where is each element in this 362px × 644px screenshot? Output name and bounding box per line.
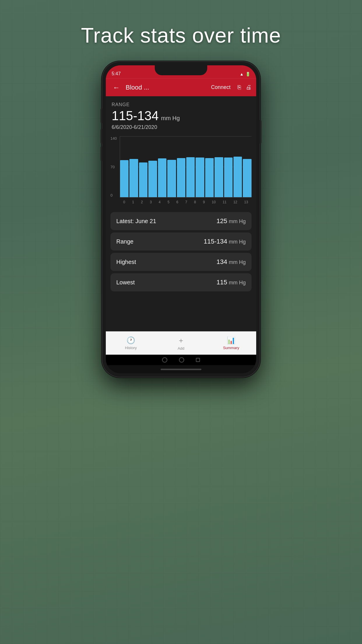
nav-recents-button[interactable] — [196, 358, 200, 362]
stat-latest-value: 125 mm Hg — [217, 217, 246, 225]
bar-3 — [148, 161, 157, 197]
bar-2 — [139, 162, 147, 197]
history-icon: 🕐 — [126, 336, 135, 344]
nav-history[interactable]: 🕐 History — [106, 336, 156, 350]
chart-y-label-70: 70 — [110, 165, 117, 169]
stat-highest-label: Highest — [116, 259, 136, 265]
home-indicator — [106, 365, 256, 373]
bar-11 — [224, 158, 233, 197]
chart-x-label-3: 3 — [150, 200, 152, 204]
stat-lowest-value: 115 mm Hg — [217, 279, 246, 286]
print-icon[interactable]: 🖨 — [246, 84, 252, 91]
status-icons: ▲ 🔋 — [240, 72, 250, 76]
stat-range-label: Range — [116, 238, 133, 245]
stat-latest-label: Latest: June 21 — [116, 218, 156, 225]
home-bar — [161, 369, 201, 370]
bar-13 — [243, 159, 251, 197]
back-button[interactable]: ← — [110, 81, 122, 94]
signal-icon: ▲ — [240, 72, 244, 76]
app-bar: ← Blood ... Connect ⎘ 🖨 — [106, 78, 256, 96]
chart-container: 140 70 0 012345678910111213 — [110, 136, 252, 206]
bar-7 — [186, 157, 195, 197]
chart-x-label-9: 9 — [203, 200, 205, 204]
bar-12 — [233, 157, 242, 197]
chart-x-label-0: 0 — [123, 200, 125, 204]
summary-icon: 📊 — [227, 336, 236, 344]
page-headline: Track stats over time — [81, 23, 281, 47]
stat-highest-value: 134 mm Hg — [217, 258, 246, 266]
chart-x-label-5: 5 — [168, 200, 170, 204]
bar-0 — [120, 160, 129, 197]
stat-range[interactable]: Range 115-134 mm Hg — [110, 232, 252, 251]
chart-y-label-140: 140 — [110, 136, 117, 141]
range-unit: mm Hg — [161, 115, 180, 122]
chart-x-label-10: 10 — [212, 200, 216, 204]
chart-x-label-8: 8 — [194, 200, 196, 204]
nav-back-button[interactable] — [162, 357, 167, 363]
bar-5 — [167, 160, 176, 197]
range-header: RANGE 115-134 mm Hg 6/6/2020-6/21/2020 — [106, 96, 256, 133]
chart-x-label-12: 12 — [233, 200, 237, 204]
nav-add-label: Add — [178, 346, 184, 351]
chart-x-label-6: 6 — [176, 200, 178, 204]
chart-x-label-4: 4 — [159, 200, 161, 204]
content-area: RANGE 115-134 mm Hg 6/6/2020-6/21/2020 1… — [106, 96, 256, 331]
chart-y-label-0: 0 — [110, 193, 117, 197]
app-bar-actions: ⎘ 🖨 — [238, 84, 252, 91]
chart-x-label-1: 1 — [132, 200, 134, 204]
range-number: 115-134 — [112, 108, 159, 123]
chart-bars-area — [120, 136, 252, 197]
bar-8 — [196, 158, 204, 197]
phone-screen: 5:47 ▲ 🔋 ← Blood ... Connect ⎘ 🖨 RANGE 1… — [106, 65, 256, 373]
bar-1 — [129, 159, 138, 197]
bar-4 — [158, 158, 166, 197]
range-dates: 6/6/2020-6/21/2020 — [112, 124, 250, 130]
nav-history-label: History — [125, 346, 137, 350]
chart-x-label-11: 11 — [223, 200, 226, 204]
connect-button[interactable]: Connect — [211, 84, 231, 90]
chart-x-label-13: 13 — [244, 200, 248, 204]
stat-latest[interactable]: Latest: June 21 125 mm Hg — [110, 212, 252, 230]
bar-9 — [205, 158, 214, 197]
system-nav — [106, 355, 256, 365]
bar-10 — [215, 157, 223, 197]
app-title: Blood ... — [126, 84, 208, 91]
battery-icon: 🔋 — [245, 72, 250, 76]
stat-lowest[interactable]: Lowest 115 mm Hg — [110, 273, 252, 291]
stat-range-value: 115-134 mm Hg — [204, 238, 246, 245]
add-icon: ＋ — [178, 336, 184, 345]
stat-lowest-label: Lowest — [116, 279, 135, 286]
phone-notch — [155, 65, 207, 75]
range-value: 115-134 mm Hg — [112, 108, 250, 123]
stat-highest[interactable]: Highest 134 mm Hg — [110, 253, 252, 271]
nav-home-button[interactable] — [179, 357, 184, 363]
chart-x-label-2: 2 — [141, 200, 143, 204]
bottom-nav: 🕐 History ＋ Add 📊 Summary — [106, 331, 256, 355]
chart-y-labels: 140 70 0 — [110, 136, 117, 197]
range-label: RANGE — [112, 102, 250, 107]
share-icon[interactable]: ⎘ — [238, 84, 241, 91]
nav-add[interactable]: ＋ Add — [156, 336, 206, 351]
nav-summary-label: Summary — [223, 346, 239, 350]
chart-x-labels: 012345678910111213 — [120, 198, 252, 206]
phone-device: 5:47 ▲ 🔋 ← Blood ... Connect ⎘ 🖨 RANGE 1… — [102, 62, 260, 377]
chart-x-label-7: 7 — [185, 200, 187, 204]
nav-summary[interactable]: 📊 Summary — [206, 336, 256, 350]
bar-6 — [177, 158, 185, 197]
stats-section: Latest: June 21 125 mm Hg Range 115-134 … — [106, 209, 256, 294]
